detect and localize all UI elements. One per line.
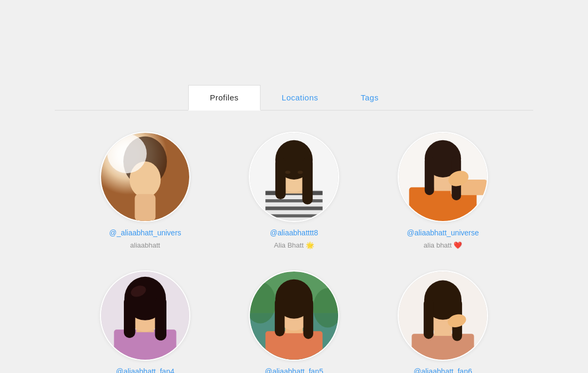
profile-card-3[interactable]: @aliaabhatt_universe alia bhatt ❤️ [395,132,491,249]
profile-displayname-3: alia bhatt ❤️ [424,241,462,249]
avatar-1 [100,132,190,222]
avatar-svg-1 [101,133,189,221]
svg-rect-16 [275,158,286,199]
avatar-svg-5 [250,272,338,360]
tab-locations[interactable]: Locations [261,86,340,111]
profile-card-4[interactable]: @aliaabhatt_fan4 alia bhatt [97,270,193,373]
svg-rect-12 [265,214,322,217]
svg-rect-4 [135,194,155,221]
svg-rect-52 [411,334,474,360]
profile-card-2[interactable]: @aliaabhatttt8 Alia Bhatt 🌟 [246,132,342,249]
profile-card-6[interactable]: @aliaabhatt_fan6 alia bhatt [395,270,491,373]
profile-displayname-1: aliaabhatt [130,241,160,249]
profile-username-3: @aliaabhatt_universe [407,228,479,237]
avatar-svg-4 [101,272,189,360]
profile-username-5: @aliaabhatt_fan5 [265,367,323,373]
profiles-grid: @_aliaabhatt_univers aliaabhatt [97,111,491,373]
tabs-section: Profiles Locations Tags [0,85,588,111]
svg-rect-44 [265,331,322,360]
svg-rect-48 [275,298,285,336]
svg-rect-11 [265,207,322,210]
avatar-4 [100,270,190,361]
page-container: Profiles Locations Tags [0,0,588,373]
profile-username-1: @_aliaabhatt_univers [109,228,181,237]
svg-rect-27 [425,156,434,195]
profile-username-2: @aliaabhatttt8 [270,228,318,237]
profile-displayname-2: Alia Bhatt 🌟 [274,241,314,249]
svg-rect-37 [155,296,166,341]
tabs-wrapper: Profiles Locations Tags [55,85,533,111]
profile-card-1[interactable]: @_aliaabhatt_univers aliaabhatt [97,132,193,249]
svg-point-18 [285,171,290,174]
profile-username-4: @aliaabhatt_fan4 [116,367,174,373]
svg-rect-17 [303,158,313,205]
profile-card-5[interactable]: @aliaabhatt_fan5 alia bhatt [246,270,342,373]
svg-rect-36 [124,296,135,338]
svg-rect-49 [304,298,314,339]
svg-rect-32 [114,329,176,360]
svg-point-19 [298,171,303,174]
profile-username-6: @aliaabhatt_fan6 [414,367,472,373]
svg-rect-10 [265,199,322,202]
avatar-5 [249,270,339,361]
tab-profiles[interactable]: Profiles [188,85,261,111]
avatar-svg-3 [399,133,487,221]
svg-rect-56 [424,299,434,339]
avatar-2 [249,132,339,222]
avatar-svg-6 [399,272,487,360]
avatar-svg-2 [250,133,338,221]
svg-point-5 [107,134,147,173]
avatar-6 [398,270,488,361]
tab-tags[interactable]: Tags [340,86,400,111]
avatar-3 [398,132,488,222]
